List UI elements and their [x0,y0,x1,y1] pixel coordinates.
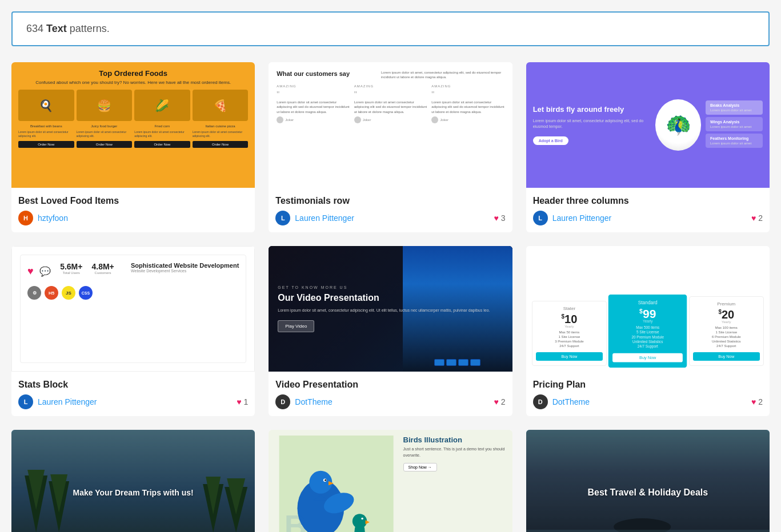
price-feat-st3: 20 Premium Module [612,335,683,338]
price-col-premium: Premium $20 Yearly Max 100 items 1 Site … [689,296,764,366]
card-thumbnail-trips: Make Your Dream Trips with us! [11,430,255,532]
author-hztyfoon: hztyfoon [38,213,68,223]
price-feat-p4: Unlimited Statistics [693,340,760,343]
tech-icons: ⚙ H5 JS CSS [27,286,239,300]
page-wrapper: 634 Text patterns. Top Ordered Foods Con… [0,0,781,532]
search-bar: 634 Text patterns. [11,11,770,46]
food-img-2: 🍔 [77,90,133,121]
thumb-testimonials: What our customers say Lorem ipsum dolor… [269,62,512,188]
card-travel[interactable]: Best Travel & Holiday Deals Best Travel … [526,430,770,532]
card-thumbnail-stats: ♥ 💬 5.6M+ Total Users 4.8M+ [11,246,255,372]
price-feat-p2: 1 Site License [693,331,760,334]
heart-stat-icon: ♥ [27,265,34,277]
card-video[interactable]: GET TO KNOW MORE US Our Video Presentati… [269,246,512,416]
test-user-1: Joker [277,116,349,123]
avatar-lauren-1: L [275,211,290,225]
card-thumbnail-video: GET TO KNOW MORE US Our Video Presentati… [269,246,512,372]
tech-icon-php: ⚙ [27,286,41,300]
likes-pricing: ♥ 2 [751,397,763,406]
h3-stat-2: Wings Analysis Lorem ipsum dolor sit ame… [706,117,763,131]
pattern-count: 634 [26,23,43,34]
chair-4 [470,359,480,366]
card-title-header3: Header three columns [533,196,763,206]
price-buy-standard[interactable]: Buy Now [612,353,683,362]
author-lauren-3: Lauren Pittenger [38,397,97,406]
birds-svg: B R [274,436,398,532]
card-meta-food: H hztyfoon [18,211,248,225]
thumb-pricing: Stater $10 Yearly Max 50 items 1 Site Li… [526,246,770,372]
card-info-stats: Stats Block L Lauren Pittenger ♥ 1 [11,372,255,416]
stat-num-1-val: 5.6M+ [60,262,82,271]
food-item-2: Juicy food burger Lorem ipsum dolor sit … [77,124,133,148]
card-info-food: Best Loved Food Items H hztyfoon [11,188,255,232]
price-amount-stater: $10 [536,313,603,325]
card-meta-stats: L Lauren Pittenger ♥ 1 [18,394,248,409]
stats-top: ♥ 💬 5.6M+ Total Users 4.8M+ [27,262,239,280]
price-feat-st1: Max 500 items [612,326,683,329]
bird-left: B R [274,436,398,532]
chair-1 [434,359,444,366]
price-feat-s4: 24/7 Support [536,344,603,348]
card-testimonials[interactable]: What our customers say Lorem ipsum dolor… [269,62,512,232]
avatar-dottheme-2: D [533,394,548,409]
pattern-text: patterns. [70,23,110,34]
stat-num-1: 5.6M+ Total Users [60,262,82,275]
thumb-food: Top Ordered Foods Confused about which o… [11,62,255,188]
test-heading: What our customers say [277,70,375,77]
thumb-stats: ♥ 💬 5.6M+ Total Users 4.8M+ [11,246,255,372]
card-meta-header3: L Lauren Pittenger ♥ 2 [533,211,763,225]
card-pricing[interactable]: Stater $10 Yearly Max 50 items 1 Site Li… [526,246,770,416]
food-item-1: Breakfast with beans Lorem ipsum dolor s… [18,124,74,148]
h3-btn[interactable]: Adopt a Bird [533,136,568,145]
card-birds[interactable]: B R Birds Illustration Just a short sent… [269,430,512,532]
avatar-dottheme-1: D [275,394,290,409]
trips-text: Make Your Dream Trips with us! [73,488,194,497]
price-buy-stater[interactable]: Buy Now [536,352,603,361]
card-thumbnail-birds: B R Birds Illustration Just a short sent… [269,430,512,532]
price-feat-p3: 6 Premium Module [693,335,760,338]
birds-shop-btn[interactable]: Shop Now → [403,463,437,471]
card-info-testimonials: Testimonials row L Lauren Pittenger ♥ 3 [269,188,512,232]
card-best-loved-food[interactable]: Top Ordered Foods Confused about which o… [11,62,255,232]
price-amount-standard: $99 [612,308,683,320]
price-tier-stater: Stater [536,306,603,311]
likes-count-5: 2 [758,397,763,406]
test-user-2: Joker [354,116,427,123]
food-order-btn-3[interactable]: Order Now [134,141,190,148]
video-title: Our Video Presentation [278,293,503,303]
stats-numbers: 5.6M+ Total Users 4.8M+ Customers [60,262,114,275]
card-title-food: Best Loved Food Items [18,196,248,206]
play-button[interactable]: Play Video [278,320,314,332]
food-img-4: 🍕 [193,90,249,121]
card-thumbnail-header3: Let birds fly around freely Lorem ipsum … [526,62,770,188]
card-title-testimonials: Testimonials row [275,196,505,206]
card-thumbnail-pricing: Stater $10 Yearly Max 50 items 1 Site Li… [526,246,770,372]
card-trips[interactable]: Make Your Dream Trips with us! [11,430,255,532]
test-header: What our customers say Lorem ipsum dolor… [277,70,504,80]
trips-overlay: Make Your Dream Trips with us! [11,430,255,532]
video-bg: GET TO KNOW MORE US Our Video Presentati… [269,246,512,372]
heart-icon-1: ♥ [494,213,499,223]
stats-inner: ♥ 💬 5.6M+ Total Users 4.8M+ [20,255,246,363]
food-order-btn-1[interactable]: Order Now [18,141,74,148]
stat-num-2-val: 4.8M+ [91,262,114,271]
likes-header3: ♥ 2 [751,213,763,223]
food-order-btn-2[interactable]: Order Now [77,141,133,148]
tech-icon-js: JS [62,286,75,300]
heart-icon-5: ♥ [751,397,756,406]
card-meta-testimonials: L Lauren Pittenger ♥ 3 [275,211,505,225]
stats-icons-top: ♥ 💬 [27,265,51,277]
test-cols: AMAZING " Lorem ipsum dolor sit amet con… [277,84,504,123]
food-subtitle: Confused about which one you should try?… [35,80,231,85]
card-header3[interactable]: Let birds fly around freely Lorem ipsum … [526,62,770,232]
price-amount-premium: $20 [693,309,760,320]
food-order-btn-4[interactable]: Order Now [193,141,249,148]
h3-body: Lorem ipsum dolor sit amet, consectetur … [533,118,651,130]
price-col-stater: Stater $10 Yearly Max 50 items 1 Site Li… [532,301,607,366]
price-buy-premium[interactable]: Buy Now [693,352,760,361]
price-feat-st5: 24/7 Support [612,345,683,348]
card-stats[interactable]: ♥ 💬 5.6M+ Total Users 4.8M+ [11,246,255,416]
likes-testimonials: ♥ 3 [494,213,506,223]
price-tier-standard: Standard [612,300,683,305]
price-period-premium: Yearly [693,320,760,324]
